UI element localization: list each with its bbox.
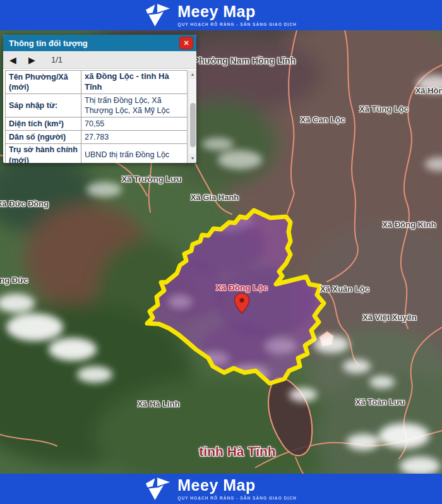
attr-value: UBND thị trấn Đồng Lộc (81, 144, 188, 164)
attributes-table: Tên Phường/Xã (mới) xã Đồng Lộc - tỉnh H… (5, 70, 188, 163)
popup-header: Thông tin đối tượng ✕ (3, 35, 196, 51)
brand-tagline: QUY HOẠCH RÕ RÀNG - SẴN SÀNG GIAO DỊCH (177, 22, 296, 27)
scroll-down-icon[interactable]: ▼ (189, 154, 196, 163)
popup-pagination-bar: ◀ ▶ 1/1 (3, 51, 196, 69)
scroll-up-icon[interactable]: ▲ (189, 70, 196, 79)
footer-brand-logo[interactable]: Meey Map QUY HOẠCH RÕ RÀNG - SẴN SÀNG GI… (145, 477, 296, 501)
table-row: Dân số (người) 27.783 (6, 131, 188, 144)
next-page-icon[interactable]: ▶ (28, 55, 47, 65)
attr-value: xã Đồng Lộc - tỉnh Hà Tĩnh (81, 71, 188, 94)
attr-label: Trụ sở hành chính (mới) (6, 144, 81, 164)
brand-logo[interactable]: Meey Map QUY HOẠCH RÕ RÀNG - SẴN SÀNG GI… (145, 4, 296, 27)
meeymap-logo-icon (145, 477, 170, 501)
attr-label: Diện tích (km²) (6, 117, 81, 131)
page-indicator: 1/1 (51, 55, 63, 64)
attr-label: Dân số (người) (6, 131, 81, 144)
info-popup: Thông tin đối tượng ✕ ◀ ▶ 1/1 Tên Phường… (3, 35, 196, 163)
popup-scrollbar[interactable]: ▲ ▼ (188, 70, 196, 163)
close-icon[interactable]: ✕ (179, 37, 193, 49)
meeymap-logo-icon (145, 4, 170, 27)
attr-value: 70,55 (81, 117, 188, 131)
app-header: Meey Map QUY HOẠCH RÕ RÀNG - SẴN SÀNG GI… (0, 0, 442, 30)
table-row: Trụ sở hành chính (mới) UBND thị trấn Đồ… (6, 144, 188, 164)
brand-name: Meey Map (177, 477, 296, 493)
brand-tagline: QUY HOẠCH RÕ RÀNG - SẴN SÀNG GIAO DỊCH (177, 496, 296, 500)
attr-label: Sáp nhập từ: (6, 94, 81, 117)
table-row: Diện tích (km²) 70,55 (6, 117, 188, 131)
popup-body: Tên Phường/Xã (mới) xã Đồng Lộc - tỉnh H… (3, 69, 196, 163)
brand-name: Meey Map (177, 4, 296, 20)
table-row: Sáp nhập từ: Thị trấn Đồng Lộc, Xã Thượn… (6, 94, 188, 117)
table-row: Tên Phường/Xã (mới) xã Đồng Lộc - tỉnh H… (6, 71, 188, 94)
app-footer: Meey Map QUY HOẠCH RÕ RÀNG - SẴN SÀNG GI… (0, 474, 442, 504)
popup-title: Thông tin đối tượng (9, 39, 179, 48)
attr-label: Tên Phường/Xã (mới) (6, 71, 81, 94)
prev-page-icon[interactable]: ◀ (9, 55, 28, 65)
attr-value: 27.783 (81, 131, 188, 144)
attr-value: Thị trấn Đồng Lộc, Xã Thượng Lộc, Xã Mỹ … (81, 94, 188, 117)
scrollbar-thumb[interactable] (190, 103, 196, 147)
